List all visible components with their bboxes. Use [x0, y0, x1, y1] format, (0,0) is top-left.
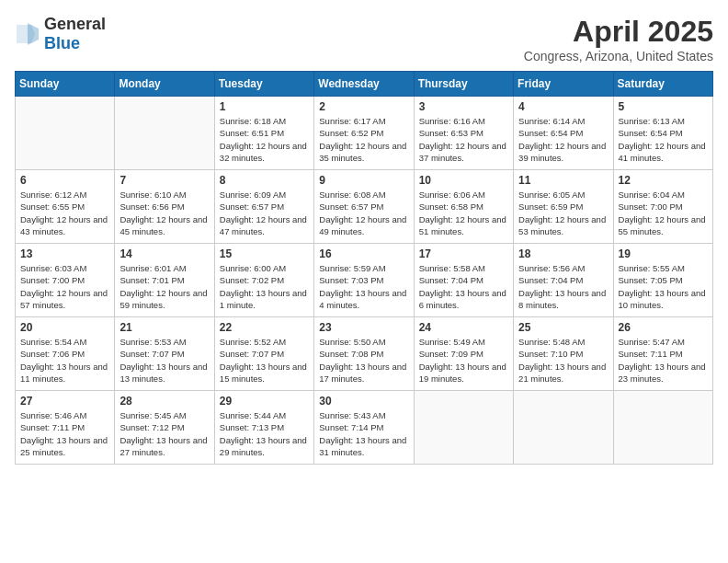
- calendar-cell: 3Sunrise: 6:16 AMSunset: 6:53 PMDaylight…: [414, 97, 513, 170]
- calendar-cell: 10Sunrise: 6:06 AMSunset: 6:58 PMDayligh…: [414, 170, 513, 244]
- page-header: General Blue April 2025 Congress, Arizon…: [15, 15, 713, 63]
- calendar-cell: 6Sunrise: 6:12 AMSunset: 6:55 PMDaylight…: [16, 170, 115, 244]
- calendar-cell: 12Sunrise: 6:04 AMSunset: 7:00 PMDayligh…: [613, 170, 712, 244]
- week-row-5: 27Sunrise: 5:46 AMSunset: 7:11 PMDayligh…: [16, 391, 713, 465]
- cell-info: Sunrise: 6:00 AMSunset: 7:02 PMDaylight:…: [220, 262, 309, 311]
- cell-info: Sunrise: 6:08 AMSunset: 6:57 PMDaylight:…: [319, 189, 408, 237]
- day-number: 12: [619, 174, 708, 187]
- day-number: 26: [619, 321, 708, 334]
- day-number: 5: [619, 100, 708, 113]
- day-number: 6: [20, 174, 109, 187]
- week-row-4: 20Sunrise: 5:54 AMSunset: 7:06 PMDayligh…: [16, 317, 713, 391]
- week-row-2: 6Sunrise: 6:12 AMSunset: 6:55 PMDaylight…: [16, 170, 713, 244]
- day-number: 13: [20, 247, 109, 260]
- weekday-header-sunday: Sunday: [16, 72, 115, 97]
- cell-info: Sunrise: 6:12 AMSunset: 6:55 PMDaylight:…: [20, 189, 109, 237]
- day-number: 3: [419, 100, 508, 113]
- calendar-cell: 17Sunrise: 5:58 AMSunset: 7:04 PMDayligh…: [414, 244, 513, 317]
- day-number: 10: [419, 174, 508, 187]
- day-number: 16: [319, 247, 408, 260]
- cell-info: Sunrise: 5:44 AMSunset: 7:13 PMDaylight:…: [220, 409, 309, 458]
- calendar-cell: 4Sunrise: 6:14 AMSunset: 6:54 PMDaylight…: [514, 97, 613, 170]
- weekday-header-row: SundayMondayTuesdayWednesdayThursdayFrid…: [16, 72, 713, 97]
- cell-info: Sunrise: 6:04 AMSunset: 7:00 PMDaylight:…: [619, 189, 708, 237]
- calendar-cell: [613, 391, 712, 465]
- day-number: 19: [619, 247, 708, 260]
- day-number: 17: [419, 247, 508, 260]
- day-number: 20: [20, 321, 109, 334]
- cell-info: Sunrise: 5:52 AMSunset: 7:07 PMDaylight:…: [220, 336, 309, 385]
- cell-info: Sunrise: 5:53 AMSunset: 7:07 PMDaylight:…: [119, 336, 209, 385]
- day-number: 11: [518, 174, 608, 187]
- day-number: 23: [319, 321, 408, 334]
- cell-info: Sunrise: 5:56 AMSunset: 7:04 PMDaylight:…: [518, 262, 608, 311]
- calendar-cell: 28Sunrise: 5:45 AMSunset: 7:12 PMDayligh…: [115, 391, 214, 465]
- day-number: 28: [119, 395, 209, 408]
- calendar-cell: 18Sunrise: 5:56 AMSunset: 7:04 PMDayligh…: [514, 244, 613, 317]
- calendar-cell: 30Sunrise: 5:43 AMSunset: 7:14 PMDayligh…: [314, 391, 414, 465]
- calendar-cell: 8Sunrise: 6:09 AMSunset: 6:57 PMDaylight…: [214, 170, 313, 244]
- calendar-cell: 2Sunrise: 6:17 AMSunset: 6:52 PMDaylight…: [314, 97, 414, 170]
- logo-blue: Blue: [44, 34, 80, 52]
- calendar-cell: 5Sunrise: 6:13 AMSunset: 6:54 PMDaylight…: [613, 97, 712, 170]
- calendar-cell: 21Sunrise: 5:53 AMSunset: 7:07 PMDayligh…: [115, 317, 214, 391]
- calendar-cell: 25Sunrise: 5:48 AMSunset: 7:10 PMDayligh…: [514, 317, 613, 391]
- calendar-cell: 14Sunrise: 6:01 AMSunset: 7:01 PMDayligh…: [115, 244, 214, 317]
- calendar-table: SundayMondayTuesdayWednesdayThursdayFrid…: [15, 71, 713, 465]
- logo-icon: [15, 21, 40, 47]
- week-row-1: 1Sunrise: 6:18 AMSunset: 6:51 PMDaylight…: [16, 97, 713, 170]
- cell-info: Sunrise: 6:05 AMSunset: 6:59 PMDaylight:…: [518, 189, 608, 237]
- day-number: 1: [220, 100, 309, 113]
- day-number: 4: [518, 100, 608, 113]
- week-row-3: 13Sunrise: 6:03 AMSunset: 7:00 PMDayligh…: [16, 244, 713, 317]
- cell-info: Sunrise: 5:46 AMSunset: 7:11 PMDaylight:…: [20, 409, 109, 458]
- calendar-cell: 26Sunrise: 5:47 AMSunset: 7:11 PMDayligh…: [613, 317, 712, 391]
- cell-info: Sunrise: 5:58 AMSunset: 7:04 PMDaylight:…: [419, 262, 508, 311]
- weekday-header-friday: Friday: [514, 72, 613, 97]
- calendar-cell: [16, 97, 115, 170]
- cell-info: Sunrise: 6:09 AMSunset: 6:57 PMDaylight:…: [220, 189, 309, 237]
- cell-info: Sunrise: 5:55 AMSunset: 7:05 PMDaylight:…: [619, 262, 708, 311]
- calendar-cell: 9Sunrise: 6:08 AMSunset: 6:57 PMDaylight…: [314, 170, 414, 244]
- title-area: April 2025 Congress, Arizona, United Sta…: [524, 15, 713, 63]
- cell-info: Sunrise: 5:45 AMSunset: 7:12 PMDaylight:…: [119, 409, 209, 458]
- calendar-cell: 20Sunrise: 5:54 AMSunset: 7:06 PMDayligh…: [16, 317, 115, 391]
- calendar-cell: 23Sunrise: 5:50 AMSunset: 7:08 PMDayligh…: [314, 317, 414, 391]
- cell-info: Sunrise: 5:59 AMSunset: 7:03 PMDaylight:…: [319, 262, 408, 311]
- cell-info: Sunrise: 5:47 AMSunset: 7:11 PMDaylight:…: [619, 336, 708, 385]
- weekday-header-thursday: Thursday: [414, 72, 513, 97]
- cell-info: Sunrise: 5:49 AMSunset: 7:09 PMDaylight:…: [419, 336, 508, 385]
- cell-info: Sunrise: 6:03 AMSunset: 7:00 PMDaylight:…: [20, 262, 109, 311]
- cell-info: Sunrise: 5:50 AMSunset: 7:08 PMDaylight:…: [319, 336, 408, 385]
- location-title: Congress, Arizona, United States: [524, 49, 713, 63]
- day-number: 22: [220, 321, 309, 334]
- cell-info: Sunrise: 5:48 AMSunset: 7:10 PMDaylight:…: [518, 336, 608, 385]
- logo: General Blue: [15, 15, 106, 53]
- calendar-cell: [115, 97, 214, 170]
- day-number: 30: [319, 395, 408, 408]
- calendar-cell: 22Sunrise: 5:52 AMSunset: 7:07 PMDayligh…: [214, 317, 313, 391]
- calendar-cell: 27Sunrise: 5:46 AMSunset: 7:11 PMDayligh…: [16, 391, 115, 465]
- day-number: 29: [220, 395, 309, 408]
- calendar-cell: 19Sunrise: 5:55 AMSunset: 7:05 PMDayligh…: [613, 244, 712, 317]
- day-number: 27: [20, 395, 109, 408]
- calendar-cell: 16Sunrise: 5:59 AMSunset: 7:03 PMDayligh…: [314, 244, 414, 317]
- day-number: 2: [319, 100, 408, 113]
- svg-marker-2: [28, 23, 39, 45]
- cell-info: Sunrise: 6:10 AMSunset: 6:56 PMDaylight:…: [119, 189, 209, 237]
- calendar-cell: 7Sunrise: 6:10 AMSunset: 6:56 PMDaylight…: [115, 170, 214, 244]
- logo-text: General Blue: [44, 15, 106, 53]
- cell-info: Sunrise: 6:17 AMSunset: 6:52 PMDaylight:…: [319, 115, 408, 164]
- logo-general: General: [44, 15, 106, 33]
- day-number: 25: [518, 321, 608, 334]
- day-number: 15: [220, 247, 309, 260]
- cell-info: Sunrise: 6:01 AMSunset: 7:01 PMDaylight:…: [119, 262, 209, 311]
- calendar-cell: 29Sunrise: 5:44 AMSunset: 7:13 PMDayligh…: [214, 391, 313, 465]
- day-number: 7: [119, 174, 209, 187]
- weekday-header-saturday: Saturday: [613, 72, 712, 97]
- day-number: 8: [220, 174, 309, 187]
- calendar-cell: 1Sunrise: 6:18 AMSunset: 6:51 PMDaylight…: [214, 97, 313, 170]
- weekday-header-wednesday: Wednesday: [314, 72, 414, 97]
- calendar-cell: 15Sunrise: 6:00 AMSunset: 7:02 PMDayligh…: [214, 244, 313, 317]
- day-number: 24: [419, 321, 508, 334]
